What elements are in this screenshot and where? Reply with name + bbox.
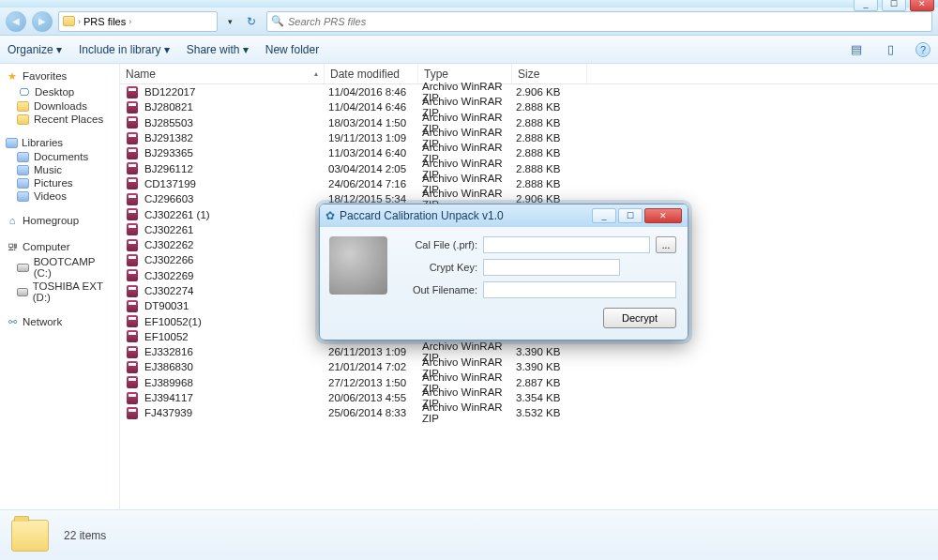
archive-icon: [126, 253, 139, 266]
file-name: CJ302261: [144, 224, 328, 235]
include-in-library-button[interactable]: Include in library ▾: [79, 43, 170, 56]
refresh-button[interactable]: ↻: [242, 15, 261, 28]
archive-icon: [126, 238, 139, 251]
archive-icon: [126, 345, 139, 358]
file-size: 3.390 KB: [516, 346, 591, 357]
file-name: EJ332816: [144, 346, 328, 357]
search-input[interactable]: [288, 16, 928, 27]
table-row[interactable]: EJ38996827/12/2013 1:50Archivo WinRAR ZI…: [120, 375, 938, 390]
table-row[interactable]: BD12201711/04/2016 8:46Archivo WinRAR ZI…: [120, 84, 938, 99]
homegroup-icon: ⌂: [6, 214, 19, 227]
address-dropdown-button[interactable]: ▾: [223, 17, 236, 26]
file-name: BJ280821: [144, 101, 328, 113]
file-date: 11/04/2014 6:46: [328, 101, 422, 113]
column-name[interactable]: Name▴: [120, 64, 325, 83]
star-icon: ★: [6, 69, 19, 83]
archive-icon: [126, 85, 139, 98]
file-date: 19/11/2013 1:09: [328, 132, 422, 144]
cryptkey-input[interactable]: [483, 259, 620, 276]
dialog-minimize-button[interactable]: _: [592, 208, 616, 223]
file-date: 20/06/2013 4:55: [328, 392, 422, 403]
window-close-button[interactable]: ✕: [910, 0, 934, 11]
file-type: Archivo WinRAR ZIP: [422, 401, 516, 424]
file-name: EF10052: [144, 331, 328, 342]
nav-forward-button[interactable]: ▶: [32, 11, 53, 32]
breadcrumb-segment[interactable]: PRS files: [83, 16, 126, 27]
table-row[interactable]: BJ28550318/03/2014 1:50Archivo WinRAR ZI…: [120, 115, 938, 130]
preview-pane-icon[interactable]: ▯: [882, 41, 899, 58]
view-icon[interactable]: ▤: [848, 41, 865, 58]
share-with-button[interactable]: Share with ▾: [187, 43, 249, 56]
folder-icon: [63, 16, 75, 26]
dialog-titlebar[interactable]: ✿ Paccard Calibration Unpack v1.0 _ ☐ ✕: [320, 204, 688, 227]
new-folder-button[interactable]: New folder: [265, 43, 319, 56]
table-row[interactable]: BJ29138219/11/2013 1:09Archivo WinRAR ZI…: [120, 130, 938, 145]
archive-icon: [126, 162, 139, 175]
sidebar-item-bootcamp[interactable]: BOOTCAMP (C:): [2, 255, 117, 280]
nav-back-button[interactable]: ◀: [6, 11, 26, 32]
file-date: 18/03/2014 1:50: [328, 117, 422, 129]
sidebar-favorites[interactable]: ★Favorites: [2, 68, 117, 84]
file-name: BD122017: [144, 86, 328, 98]
search-box[interactable]: 🔍: [266, 11, 932, 32]
file-size: 2.888 KB: [516, 132, 591, 144]
calfile-input[interactable]: [483, 236, 650, 253]
file-date: 03/04/2014 2:05: [328, 163, 422, 174]
archive-icon: [126, 116, 139, 129]
browse-button[interactable]: ...: [656, 236, 676, 253]
file-name: BJ285503: [144, 117, 328, 129]
file-name: EJ394117: [144, 392, 328, 403]
table-row[interactable]: BJ29336511/03/2014 6:40Archivo WinRAR ZI…: [120, 145, 938, 160]
window-minimize-button[interactable]: _: [854, 0, 878, 11]
engine-image: [329, 236, 387, 295]
sidebar-homegroup[interactable]: ⌂Homegroup: [2, 212, 117, 229]
table-row[interactable]: BJ28082111/04/2014 6:46Archivo WinRAR ZI…: [120, 99, 938, 114]
calfile-label: Cal File (.prf):: [397, 239, 477, 250]
sidebar-libraries[interactable]: Libraries: [2, 135, 117, 150]
documents-icon: [17, 152, 29, 162]
sidebar-item-desktop[interactable]: 🖵Desktop: [2, 84, 117, 99]
help-icon[interactable]: ?: [915, 42, 930, 57]
archive-icon: [126, 406, 139, 419]
decrypt-button[interactable]: Decrypt: [603, 308, 676, 328]
archive-icon: [126, 177, 139, 190]
archive-icon: [126, 330, 139, 343]
sidebar-item-music[interactable]: Music: [2, 163, 117, 176]
address-bar: ◀ ▶ › PRS files › ▾ ↻ 🔍: [0, 8, 938, 36]
file-date: 24/06/2014 7:16: [328, 178, 422, 189]
outfile-label: Out Filename:: [397, 284, 477, 295]
file-name: CD137199: [144, 178, 328, 189]
file-date: 26/11/2013 1:09: [328, 346, 422, 357]
dialog-maximize-button[interactable]: ☐: [618, 208, 643, 223]
outfile-input[interactable]: [483, 281, 676, 298]
file-name: CJ302274: [144, 285, 328, 296]
sidebar-item-toshiba[interactable]: TOSHIBA EXT (D:): [2, 280, 117, 304]
table-row[interactable]: BJ29611203/04/2014 2:05Archivo WinRAR ZI…: [120, 160, 938, 175]
breadcrumb[interactable]: › PRS files ›: [58, 11, 218, 32]
folder-large-icon: [11, 520, 49, 552]
window-maximize-button[interactable]: ☐: [882, 0, 906, 11]
sidebar-item-pictures[interactable]: Pictures: [2, 176, 117, 189]
column-size[interactable]: Size: [512, 64, 587, 83]
file-name: BJ291382: [144, 132, 328, 144]
sidebar-network[interactable]: ⚯Network: [2, 313, 117, 330]
table-row[interactable]: CD13719924/06/2014 7:16Archivo WinRAR ZI…: [120, 176, 938, 191]
sidebar-item-downloads[interactable]: Downloads: [2, 99, 117, 113]
sidebar-item-documents[interactable]: Documents: [2, 150, 117, 163]
explorer-toolbar: Organize ▾ Include in library ▾ Share wi…: [0, 36, 938, 64]
sidebar-item-videos[interactable]: Videos: [2, 189, 117, 203]
table-row[interactable]: EJ33281626/11/2013 1:09Archivo WinRAR ZI…: [120, 344, 938, 359]
table-row[interactable]: EJ38683021/01/2014 7:02Archivo WinRAR ZI…: [120, 359, 938, 374]
file-name: EF10052(1): [144, 316, 328, 327]
column-date[interactable]: Date modified: [325, 64, 418, 83]
drive-icon: [17, 264, 29, 272]
archive-icon: [126, 208, 139, 221]
sidebar-item-recent[interactable]: Recent Places: [2, 113, 117, 126]
sidebar-computer[interactable]: 🖳Computer: [2, 238, 117, 255]
dialog-close-button[interactable]: ✕: [644, 208, 682, 223]
table-row[interactable]: FJ43793925/06/2014 8:33Archivo WinRAR ZI…: [120, 405, 938, 420]
organize-button[interactable]: Organize ▾: [8, 43, 62, 56]
file-size: 2.888 KB: [516, 178, 591, 189]
drive-icon: [17, 288, 28, 296]
table-row[interactable]: EJ39411720/06/2013 4:55Archivo WinRAR ZI…: [120, 390, 938, 405]
